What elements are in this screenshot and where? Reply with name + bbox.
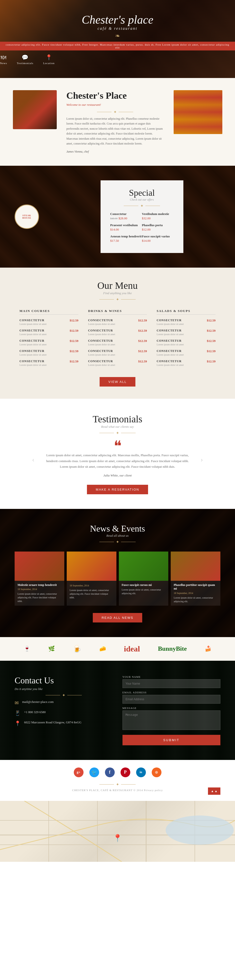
menu-item: CONSECTETURLorem ipsum dolor sit amet$12…: [157, 349, 216, 356]
welcome-content: Chester's Place Welcome to our restauran…: [67, 90, 164, 154]
special-item-5: Aenean temp hendrerit $17.50: [110, 234, 142, 243]
menu-item-desc: Lorem ipsum dolor sit amet: [19, 353, 70, 356]
special-item-3: Praesent vestibulum $14.00: [110, 223, 142, 232]
hero-divider: ❧: [0, 32, 235, 39]
menu-item-price: $12.59: [207, 318, 216, 325]
testimonials-title: Testimonials: [14, 414, 221, 425]
back-to-top-button[interactable]: ▲ ▲: [208, 788, 221, 795]
email-input[interactable]: [122, 695, 221, 704]
menu-title: Our Menu: [14, 280, 221, 291]
testimonial-carousel: ‹ ❝ Lorem ipsum dolor sit amet, consecte…: [32, 442, 203, 477]
news-subtitle: Read all about us: [14, 534, 221, 538]
nav-location-label: Location: [43, 62, 54, 65]
footer-copyright: CHESTER'S PLACE, CAFÉ & RESTAURANT © 201…: [72, 789, 163, 792]
menu-col-drinks: DRINKS & WINES CONSECTETURLorem ipsum do…: [83, 309, 152, 370]
menu-item-name: CONSECTETUR: [157, 318, 207, 322]
hero-nav: 🍽 News 💬 Testimonials 📍 Location: [0, 54, 235, 65]
menu-item: CONSECTETURLorem ipsum dolor sit amet$12…: [19, 339, 78, 346]
form-message-label: MESSAGE: [122, 706, 221, 710]
social-gplus-button[interactable]: g+: [74, 767, 84, 777]
nav-news[interactable]: 🍽 News: [0, 54, 7, 65]
special-item-5-price: $17.50: [110, 239, 142, 243]
menu-item-name: CONSECTETUR: [88, 360, 138, 363]
news-card-4-date: 18 September, 2014: [174, 592, 218, 595]
special-subtitle: Check out our offers: [110, 198, 174, 202]
menu-item-desc: Lorem ipsum dolor sit amet: [157, 364, 207, 366]
testimonial-cta: MAKE A RESERVATION: [14, 485, 221, 494]
welcome-subtitle: Welcome to our restaurant!: [67, 103, 164, 107]
email-icon: ✉: [14, 700, 19, 706]
contact-email-row: ✉ mail@chester-place.com: [14, 700, 113, 706]
menu-col-salads-title: SALADS & SOUPS: [157, 309, 216, 315]
brand-2: 🌿: [48, 646, 55, 652]
testimonials-section: Testimonials Read what our clients say ✦…: [0, 399, 235, 509]
footer: g+ 🐦 f P in ⊕ ✦ CHESTER'S PLACE, CAFÉ & …: [0, 760, 235, 801]
hero-banner: consectetur adipiscing elit. Fusce tinci…: [0, 42, 235, 51]
read-all-news-button[interactable]: READ ALL NEWS: [93, 613, 142, 622]
form-email-group: EMAIL ADDRESS: [122, 691, 221, 704]
phone-icon: 📱: [14, 710, 21, 716]
news-card-2-text: Lorem ipsum dolor sit amet, consectetur …: [70, 588, 113, 599]
menu-item-desc: Lorem ipsum dolor sit amet: [88, 343, 138, 346]
news-card-3-text: Lorem ipsum dolor sit amet, consectetur …: [122, 588, 165, 595]
news-card-4-text: Lorem ipsum dolor sit amet, consectetur …: [174, 596, 218, 603]
testimonial-content: ❝ Lorem ipsum dolor sit amet, consectetu…: [44, 442, 191, 477]
menu-item-name: CONSECTETUR: [88, 339, 138, 343]
social-linkedin-button[interactable]: in: [136, 767, 146, 777]
menu-col-salads: SALADS & SOUPS CONSECTETURLorem ipsum do…: [152, 309, 221, 370]
menu-item-name: CONSECTETUR: [157, 339, 207, 343]
footer-ornament: ✦: [14, 782, 221, 787]
news-card-1-title: Molestie ornare temp hendrerit: [17, 583, 61, 587]
map-background: 📍: [0, 801, 235, 862]
nav-location[interactable]: 📍 Location: [43, 54, 54, 65]
chef-name: James Vienna, chef: [67, 150, 164, 154]
address-icon: 📍: [14, 721, 21, 726]
menu-item: CONSECTETURLorem ipsum dolor sit amet$12…: [88, 349, 147, 356]
menu-item-name: CONSECTETUR: [19, 318, 70, 322]
contact-details: ✉ mail@chester-place.com 📱 +1 800 329 65…: [14, 700, 113, 726]
news-card-4-title: Phasellus porttitor suscipit quam mi: [174, 583, 218, 591]
special-item-3-price: $14.00: [110, 228, 142, 232]
testimonials-subtitle: Read what our clients say: [14, 425, 221, 429]
menu-item: CONSECTETURLorem ipsum dolor sit amet$12…: [88, 329, 147, 336]
menu-item-price: $12.59: [70, 349, 78, 356]
special-item-2-name: Vestibulum molestie: [142, 212, 174, 216]
view-all-button[interactable]: VIEW ALL: [100, 377, 135, 387]
menu-section: Our Menu Find anything you like ✦ MAIN C…: [0, 267, 235, 399]
submit-button[interactable]: SUBMIT: [122, 735, 221, 745]
hero-tagline: café & restaurant: [0, 26, 235, 31]
special-item-4-price: $12.00: [142, 228, 174, 232]
form-submit-group: SUBMIT: [122, 735, 221, 745]
testimonial-next-button[interactable]: ›: [201, 457, 203, 463]
make-reservation-button[interactable]: MAKE A RESERVATION: [87, 485, 148, 494]
steak-badge: STEAK HOUSE: [14, 204, 39, 229]
special-box: Special Check out our offers ✦ Consectet…: [100, 180, 183, 253]
nav-testimonials[interactable]: 💬 Testimonials: [17, 54, 33, 65]
menu-item: CONSECTETURLorem ipsum dolor sit amet$12…: [157, 329, 216, 336]
contact-phone-row: 📱 +1 800 329 6580: [14, 710, 113, 716]
social-facebook-button[interactable]: f: [105, 767, 115, 777]
form-message-group: MESSAGE: [122, 706, 221, 731]
special-items: Consectetur $48.00 $28.00 Vestibulum mol…: [110, 212, 174, 243]
brand-6: BunnyBite: [158, 645, 187, 652]
site-logo: Chester's place: [0, 13, 235, 26]
news-card-2: 18 September, 2014 Lorem ipsum dolor sit…: [67, 552, 116, 606]
social-pinterest-button[interactable]: P: [121, 767, 130, 777]
news-title: News & Events: [14, 523, 221, 534]
contact-title: Contact Us: [14, 675, 113, 686]
testimonial-prev-button[interactable]: ‹: [32, 457, 34, 463]
menu-item-price: $12.59: [138, 339, 147, 346]
menu-item-desc: Lorem ipsum dolor sit amet: [19, 364, 70, 366]
special-item-3-name: Praesent vestibulum: [110, 223, 142, 227]
social-rss-button[interactable]: ⊕: [152, 767, 162, 777]
map-section: 📍: [0, 801, 235, 862]
social-twitter-button[interactable]: 🐦: [89, 767, 99, 777]
contact-ornament: ✦: [14, 693, 113, 698]
menu-item-price: $12.59: [70, 318, 78, 325]
special-item-1: Consectetur $48.00 $28.00: [110, 212, 142, 220]
special-item-1-new-price: $28.00: [119, 216, 127, 220]
news-card-2-date: 18 September, 2014: [70, 584, 113, 587]
name-input[interactable]: [122, 679, 221, 688]
message-textarea[interactable]: [122, 710, 221, 730]
special-item-6-name: Fusce suscipit varius: [142, 234, 174, 239]
